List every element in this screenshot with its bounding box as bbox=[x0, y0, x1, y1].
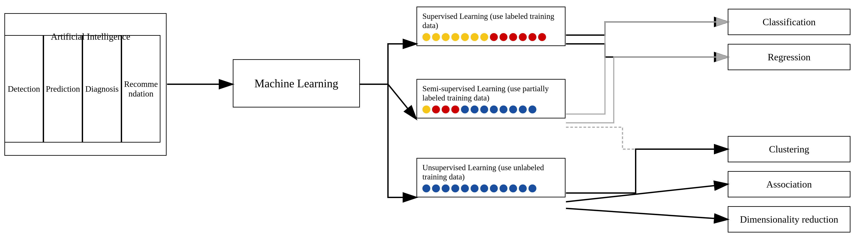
detection-box: Detection bbox=[4, 35, 43, 143]
dot bbox=[509, 184, 517, 193]
semi-to-class-arrow bbox=[566, 22, 727, 114]
dot bbox=[423, 106, 430, 113]
ml-to-supervised-arrow bbox=[360, 44, 416, 84]
dot bbox=[451, 106, 459, 113]
dot bbox=[442, 106, 450, 113]
unsupervised-dots bbox=[423, 184, 560, 193]
unsupervised-box: Unsupervised Learning (use unlabeled tra… bbox=[416, 158, 565, 198]
dot bbox=[519, 184, 527, 193]
regression-box: Regression bbox=[728, 44, 850, 70]
semi-dots bbox=[423, 106, 560, 113]
dot bbox=[528, 33, 536, 41]
dot bbox=[500, 184, 507, 193]
dot bbox=[423, 33, 430, 41]
semi-to-cluster-arrow bbox=[566, 127, 727, 149]
dot bbox=[423, 184, 430, 193]
sup-to-class-arrow bbox=[566, 22, 727, 35]
dimensionality-box: Dimensionality reduction bbox=[728, 206, 850, 233]
diagram: Artificial Intelligence Detection Predic… bbox=[0, 0, 868, 236]
prediction-box: Prediction bbox=[43, 35, 83, 143]
dot bbox=[528, 184, 536, 193]
dot bbox=[471, 106, 478, 113]
unsup-to-dim-arrow bbox=[566, 208, 727, 219]
supervised-dots bbox=[423, 33, 560, 41]
dot bbox=[490, 106, 498, 113]
recommendation-box: Recomme ndation bbox=[121, 35, 160, 143]
unsup-to-cluster-arrow bbox=[566, 149, 727, 193]
dot bbox=[509, 33, 517, 41]
dot bbox=[451, 184, 459, 193]
supervised-box: Supervised Learning (use labeled trainin… bbox=[416, 7, 565, 46]
dot bbox=[432, 184, 440, 193]
dot bbox=[519, 106, 527, 113]
dot bbox=[538, 33, 546, 41]
semi-box: Semi-supervised Learning (use partially … bbox=[416, 79, 565, 118]
association-label: Association bbox=[766, 179, 812, 190]
dot bbox=[432, 33, 440, 41]
ml-label: Machine Learning bbox=[254, 77, 338, 90]
ml-box: Machine Learning bbox=[233, 59, 360, 108]
dot bbox=[490, 33, 498, 41]
dot bbox=[451, 33, 459, 41]
supervised-label: Supervised Learning (use labeled trainin… bbox=[423, 11, 560, 30]
regression-label: Regression bbox=[768, 52, 811, 63]
dot bbox=[480, 184, 488, 193]
dot bbox=[528, 106, 536, 113]
dimensionality-label: Dimensionality reduction bbox=[740, 214, 838, 225]
dot bbox=[480, 106, 488, 113]
semi-label: Semi-supervised Learning (use partially … bbox=[423, 84, 560, 102]
sup-to-reg-arrow bbox=[566, 44, 727, 57]
dot bbox=[461, 106, 469, 113]
dot bbox=[500, 33, 507, 41]
classification-label: Classification bbox=[763, 17, 816, 28]
diagnosis-box: Diagnosis bbox=[83, 35, 121, 143]
dot bbox=[490, 184, 498, 193]
clustering-box: Clustering bbox=[728, 136, 850, 162]
dot bbox=[500, 106, 507, 113]
dot bbox=[461, 33, 469, 41]
dot bbox=[442, 33, 450, 41]
unsupervised-label: Unsupervised Learning (use unlabeled tra… bbox=[423, 163, 560, 181]
dot bbox=[432, 106, 440, 113]
semi-to-reg-arrow bbox=[566, 57, 727, 123]
dot bbox=[509, 106, 517, 113]
sub-boxes: Detection Prediction Diagnosis Recomme n… bbox=[4, 35, 160, 143]
dot bbox=[471, 33, 478, 41]
ml-to-unsupervised-arrow bbox=[360, 84, 416, 198]
dot bbox=[471, 184, 478, 193]
association-box: Association bbox=[728, 171, 850, 198]
dot bbox=[461, 184, 469, 193]
dot bbox=[519, 33, 527, 41]
dot bbox=[442, 184, 450, 193]
dot bbox=[480, 33, 488, 41]
ml-to-semi-arrow bbox=[360, 84, 416, 118]
classification-box: Classification bbox=[728, 9, 850, 35]
clustering-label: Clustering bbox=[769, 144, 809, 155]
unsup-to-assoc-arrow bbox=[566, 184, 727, 202]
